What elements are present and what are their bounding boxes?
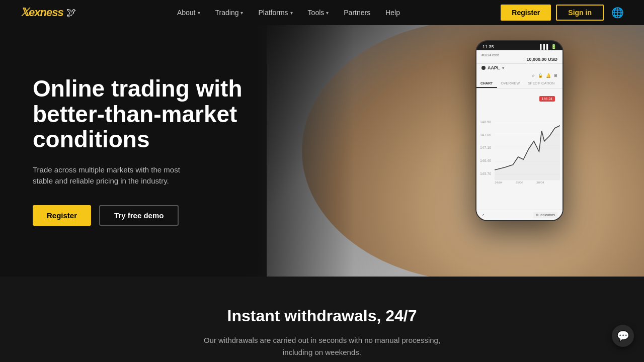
hero-buttons: Register Try free demo xyxy=(33,205,243,226)
more-icon: ⊞ xyxy=(554,73,557,78)
price-badge: 156.24 xyxy=(539,96,555,102)
language-icon[interactable]: 🌐 xyxy=(611,7,624,19)
phone-tab-chart[interactable]: CHART xyxy=(476,79,497,88)
withdrawals-section: Instant withdrawals, 24/7 Our withdrawal… xyxy=(0,277,644,362)
try-demo-button[interactable]: Try free demo xyxy=(99,205,179,226)
logo[interactable]: 𝕏exness 🕊 xyxy=(20,6,76,19)
phone-mockup: 11:35 ▌▌▌ 🔋 #82247566 10,000.00 USD AAPL… xyxy=(475,40,564,221)
signin-nav-button[interactable]: Sign in xyxy=(556,5,604,21)
phone-screen: #82247566 10,000.00 USD AAPL ▾ ☆ 🔒 🔔 ⊞ C… xyxy=(476,50,562,220)
about-chevron-icon: ▾ xyxy=(198,10,200,16)
svg-text:25/04: 25/04 xyxy=(516,180,524,184)
nav-links: About ▾ Trading ▾ Platforms ▾ Tools ▾ Pa… xyxy=(177,9,400,17)
register-nav-button[interactable]: Register xyxy=(501,5,551,21)
nav-actions: Register Sign in 🌐 xyxy=(501,5,624,21)
hero-subtitle: Trade across multiple markets with the m… xyxy=(33,164,189,187)
phone-chart-area: 156.24 148.50 147.80 147.10 146.40 145.7… xyxy=(476,88,562,210)
phone-tabs: CHART OVERVIEW SPECIFICATION xyxy=(476,79,562,88)
chat-icon: 💬 xyxy=(617,330,629,342)
hero-image-area: 11:35 ▌▌▌ 🔋 #82247566 10,000.00 USD AAPL… xyxy=(267,25,644,277)
register-hero-button[interactable]: Register xyxy=(33,205,91,226)
chart-svg: 148.50 147.80 147.10 146.40 145.70 xyxy=(479,91,560,207)
hero-section: 11:35 ▌▌▌ 🔋 #82247566 10,000.00 USD AAPL… xyxy=(0,25,644,277)
stock-dot-icon xyxy=(481,66,486,70)
svg-marker-10 xyxy=(495,126,560,180)
phone-header: #82247566 10,000.00 USD xyxy=(476,50,562,64)
hand-background xyxy=(302,25,644,277)
phone-tab-overview[interactable]: OVERVIEW xyxy=(497,79,524,88)
tools-chevron-icon: ▾ xyxy=(326,10,329,16)
phone-icons-row: ☆ 🔒 🔔 ⊞ xyxy=(476,72,562,79)
svg-text:147.10: 147.10 xyxy=(480,146,491,150)
nav-partners[interactable]: Partners xyxy=(344,9,370,17)
svg-text:146.40: 146.40 xyxy=(480,158,491,163)
star-icon: ☆ xyxy=(531,73,535,78)
phone-bottom-bar: ↗ ⊕ Indicators xyxy=(476,210,562,220)
nav-platforms[interactable]: Platforms ▾ xyxy=(258,9,292,17)
svg-text:147.80: 147.80 xyxy=(480,133,491,137)
logo-x-icon: 𝕏exness xyxy=(20,6,63,19)
navbar: 𝕏exness 🕊 About ▾ Trading ▾ Platforms ▾ … xyxy=(0,0,644,25)
phone-status-bar: 11:35 ▌▌▌ 🔋 xyxy=(476,41,562,50)
svg-text:145.70: 145.70 xyxy=(480,171,491,176)
logo-bird-icon: 🕊 xyxy=(66,7,76,19)
indicators-button[interactable]: ⊕ Indicators xyxy=(533,212,557,218)
hero-content: Online trading with better-than-market c… xyxy=(0,76,243,226)
withdrawals-description: Our withdrawals are carried out in secon… xyxy=(201,334,443,358)
phone-tab-spec[interactable]: SPECIFICATION xyxy=(524,79,558,88)
nav-trading[interactable]: Trading ▾ xyxy=(215,9,244,17)
hero-title: Online trading with better-than-market c… xyxy=(33,76,243,152)
nav-about[interactable]: About ▾ xyxy=(177,9,200,17)
nav-tools[interactable]: Tools ▾ xyxy=(308,9,329,17)
trading-chevron-icon: ▾ xyxy=(240,10,243,16)
withdrawals-title: Instant withdrawals, 24/7 xyxy=(20,307,624,325)
svg-text:30/04: 30/04 xyxy=(536,180,544,184)
svg-text:148.50: 148.50 xyxy=(480,120,491,124)
svg-text:24/04: 24/04 xyxy=(495,180,503,184)
bell-icon: 🔔 xyxy=(546,73,551,78)
phone-stock-row: AAPL ▾ xyxy=(476,64,562,72)
chat-bubble-button[interactable]: 💬 xyxy=(612,325,634,347)
nav-help[interactable]: Help xyxy=(385,9,400,17)
platforms-chevron-icon: ▾ xyxy=(290,10,293,16)
lock-icon: 🔒 xyxy=(538,73,543,78)
